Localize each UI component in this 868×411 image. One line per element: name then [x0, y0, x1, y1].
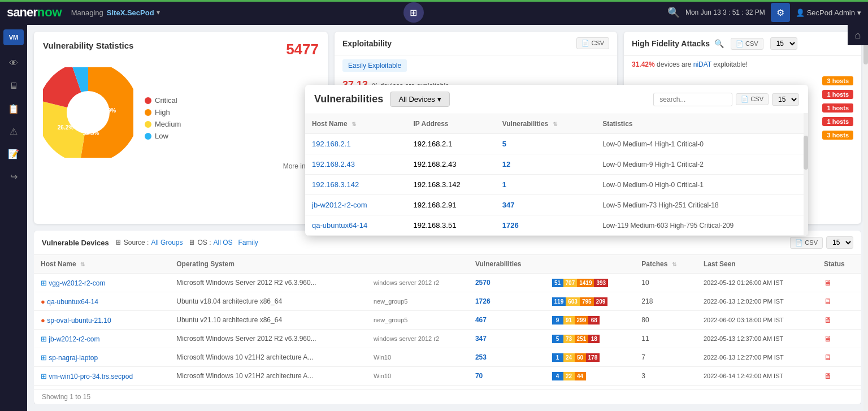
hfa-desc: 31.42% devices are niDAT exploitable! — [624, 56, 861, 71]
export-icon[interactable]: ↪ — [5, 167, 23, 185]
last-seen-cell: 2022-06-02 03:18:00 PM IST — [697, 311, 817, 330]
hfa-csv-button[interactable]: 📄 CSV — [731, 38, 763, 50]
hfa-badge-5[interactable]: 3 hosts — [822, 131, 853, 140]
bar-segment: 18 — [588, 335, 600, 343]
table-row: qa-ubuntux64-14 192.168.3.51 1726 Low-11… — [305, 215, 808, 236]
host-cell: ● sp-oval-ubuntu-21.10 — [34, 311, 170, 330]
stats-cell: Low-5 Medium-73 High-251 Critical-18 — [596, 195, 808, 215]
easily-exploitable-tab[interactable]: Easily Exploitable — [342, 59, 407, 72]
source-filter[interactable]: 🖥 Source : All Groups — [115, 239, 183, 246]
vuln-cell[interactable]: 253 — [468, 348, 545, 367]
host-link[interactable]: qa-ubuntux64-14 — [312, 221, 367, 230]
bar-segment: 1 — [552, 353, 563, 362]
host-link[interactable]: 192.168.3.142 — [312, 180, 359, 189]
vd-footer: Showing 1 to 15 — [34, 389, 861, 404]
hfa-badge-3[interactable]: 1 hosts — [822, 103, 853, 113]
vuln-count-cell[interactable]: 12 — [496, 154, 596, 175]
settings-button[interactable]: ⚙ — [771, 3, 790, 22]
host-link[interactable]: vgg-w2012-r2-com — [49, 279, 105, 287]
host-link[interactable]: jb-w2012-r2-com — [49, 335, 99, 343]
bar-segment: 795 — [580, 297, 594, 306]
notes-icon[interactable]: 📝 — [5, 145, 23, 163]
vulnerable-devices-title: Vulnerable Devices — [42, 239, 109, 247]
host-link[interactable]: 192.168.2.1 — [312, 140, 351, 148]
host-link[interactable]: 192.168.2.43 — [312, 160, 355, 168]
family-cell: Win10 — [367, 348, 468, 367]
vuln-csv-button[interactable]: 📄 CSV — [736, 93, 769, 105]
os-filter[interactable]: 🖥 OS : All OS — [188, 239, 232, 246]
nav-right: 🔍 Mon Jun 13 3 : 51 : 32 PM ⚙ 👤 SecPod A… — [667, 3, 861, 22]
os-cell: Microsoft Windows 10 v21H2 architecture … — [170, 348, 367, 367]
vuln-count-cell[interactable]: 1726 — [496, 215, 596, 236]
col-lastseen: Last Seen — [697, 255, 817, 274]
status-cell: 🖥 — [817, 367, 861, 386]
exploitability-csv-button[interactable]: 📄 CSV — [576, 37, 609, 49]
patches-cell: 218 — [635, 292, 697, 311]
host-link[interactable]: qa-ubuntux64-14 — [47, 298, 98, 306]
vuln-cell[interactable]: 347 — [468, 330, 545, 348]
family-filter[interactable]: Family — [238, 239, 258, 246]
hfa-badge-2[interactable]: 1 hosts — [822, 90, 853, 99]
hfa-search-icon[interactable]: 🔍 — [714, 39, 724, 48]
bar-segment: 251 — [575, 335, 589, 343]
os-cell: Microsoft Windows 10 v21H2 architecture … — [170, 367, 367, 386]
bar-segment: 9 — [552, 316, 563, 325]
table-row: ● qa-ubuntux64-14 Ubuntu v18.04 architec… — [34, 292, 861, 311]
col-hostname: Host Name ⇅ — [34, 255, 170, 274]
last-seen-cell: 2022-05-13 12:37:00 AM IST — [697, 330, 817, 348]
host-link[interactable]: sp-oval-ubuntu-21.10 — [47, 317, 111, 325]
hfa-badge-4[interactable]: 1 hosts — [822, 117, 853, 126]
eye-icon[interactable]: 👁 — [5, 54, 23, 72]
last-seen-cell: 2022-06-14 12:42:00 AM IST — [697, 367, 817, 386]
svg-text:26.2%: 26.2% — [58, 124, 73, 131]
vuln-cell[interactable]: 1726 — [468, 292, 545, 311]
windows-icon: ⊞ — [41, 279, 47, 287]
family-cell: windows server 2012 r2 — [367, 330, 468, 348]
home-button[interactable]: ⌂ — [848, 25, 868, 45]
table-row: ⊞ vgg-w2012-r2-com Microsoft Windows Ser… — [34, 274, 861, 292]
vuln-cell[interactable]: 2570 — [468, 274, 545, 292]
more-info-link[interactable]: More info ➔ — [43, 162, 319, 170]
vuln-cell[interactable]: 70 — [468, 367, 545, 386]
vuln-count-cell[interactable]: 5 — [496, 134, 596, 154]
vuln-count-cell[interactable]: 1 — [496, 175, 596, 195]
bars-cell: 119603795209 — [545, 292, 635, 311]
hfa-badge-1[interactable]: 3 hosts — [822, 76, 853, 85]
vm-nav-item[interactable]: VM — [3, 29, 24, 45]
family-cell: new_group5 — [367, 292, 468, 311]
vuln-count-cell[interactable]: 347 — [496, 195, 596, 215]
vd-csv-button[interactable]: 📄 CSV — [790, 237, 823, 249]
apps-grid-button[interactable]: ⊞ — [403, 2, 424, 23]
bar-segment: 24 — [563, 353, 575, 362]
bar-segment: 50 — [575, 353, 586, 362]
site-dropdown-icon[interactable]: ▾ — [157, 8, 160, 16]
bar-segment: 209 — [594, 297, 608, 306]
bars-cell: 12450178 — [545, 348, 635, 367]
col-family — [367, 255, 468, 274]
monitor-icon[interactable]: 🖥 — [5, 77, 23, 95]
user-menu[interactable]: 👤 SecPod Admin ▾ — [796, 8, 861, 17]
search-icon[interactable]: 🔍 — [667, 6, 680, 19]
all-devices-button[interactable]: All Devices ▾ — [390, 92, 449, 107]
vuln-cell[interactable]: 467 — [468, 311, 545, 330]
table-row: 192.168.3.142 192.168.3.142 1 Low-0 Medi… — [305, 175, 808, 195]
host-link[interactable]: jb-w2012-r2-com — [312, 201, 367, 209]
bar-segment: 4 — [552, 372, 563, 380]
bar-segment: 68 — [588, 316, 600, 325]
hfa-n-select[interactable]: 152550 — [770, 37, 797, 50]
alert-icon[interactable]: ⚠ — [5, 122, 23, 140]
clipboard-icon[interactable]: 📋 — [5, 99, 23, 118]
host-link[interactable]: vm-win10-pro-34.trs.secpod — [49, 373, 133, 380]
stats-cell: Low-119 Medium-603 High-795 Critical-209 — [596, 215, 808, 236]
patches-cell: 80 — [635, 311, 697, 330]
ubuntu-icon: ● — [41, 316, 45, 325]
vuln-search-input[interactable] — [653, 93, 732, 106]
bars-cell: 42244 — [545, 367, 635, 386]
vuln-n-select[interactable]: 1525 — [772, 93, 799, 106]
host-link[interactable]: sp-nagraj-laptop — [49, 354, 98, 362]
svg-text:15.9%: 15.9% — [100, 107, 116, 114]
site-name[interactable]: SiteX.SecPod — [107, 8, 154, 17]
datetime: Mon Jun 13 3 : 51 : 32 PM — [685, 8, 765, 16]
table-row: jb-w2012-r2-com 192.168.2.91 347 Low-5 M… — [305, 195, 808, 215]
vd-n-select[interactable]: 1525 — [826, 236, 853, 249]
